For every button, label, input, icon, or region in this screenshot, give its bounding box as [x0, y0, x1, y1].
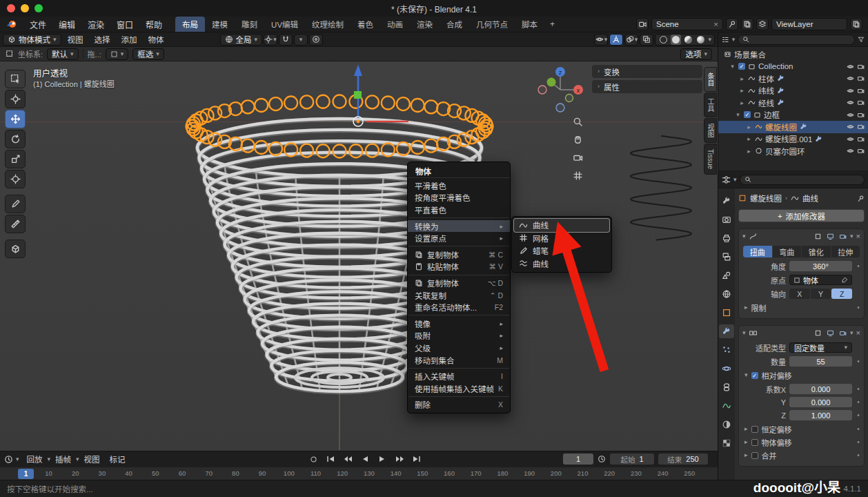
- animate-dot[interactable]: •: [856, 438, 861, 446]
- factor-y-value[interactable]: 0.000: [789, 397, 852, 407]
- npanel-properties-panel[interactable]: › 属性: [592, 80, 702, 93]
- outliner-row-cylinder[interactable]: ▸ 柱体: [718, 72, 868, 85]
- workspace-tab-scripting[interactable]: 脚本: [515, 17, 544, 32]
- expand-icon[interactable]: ▾: [729, 63, 736, 70]
- submenu-item-grease-pencil[interactable]: 蜡笔: [514, 244, 609, 257]
- viewport-3d[interactable]: x z 用户透视 (1) Collection | 螺旋线圈 › 变换 › 属性…: [0, 61, 718, 451]
- scene-selector[interactable]: Scene ×: [651, 18, 723, 30]
- eye-icon[interactable]: [847, 111, 854, 119]
- animate-dot[interactable]: •: [856, 385, 861, 393]
- eye-icon[interactable]: [847, 87, 854, 95]
- pin-icon[interactable]: [857, 195, 865, 202]
- tool-rotate[interactable]: [5, 130, 26, 148]
- origin-object-field[interactable]: 物体: [789, 275, 852, 285]
- object-icon[interactable]: [738, 194, 747, 202]
- tab-world[interactable]: [719, 287, 734, 301]
- menu-view[interactable]: 视图: [79, 454, 105, 465]
- realtime-display-toggle[interactable]: [825, 328, 835, 338]
- add-modifier-button[interactable]: + 添加修改器: [738, 209, 865, 222]
- show-overlays-toggle[interactable]: ▾: [624, 34, 638, 46]
- animate-dot[interactable]: •: [856, 304, 861, 311]
- workspace-tab-animation[interactable]: 动画: [380, 17, 410, 32]
- jump-to-start-button[interactable]: [323, 454, 338, 465]
- npanel-tab-tissue[interactable]: Tissue: [704, 144, 717, 175]
- menu-view[interactable]: 视图: [63, 34, 88, 45]
- tab-output[interactable]: [719, 231, 734, 245]
- render-display-toggle[interactable]: [838, 328, 847, 338]
- menu-marker[interactable]: 标记: [105, 454, 130, 465]
- tool-add-cube[interactable]: [5, 240, 26, 258]
- menu-item-rename-active-object[interactable]: 重命名活动物体...F2: [408, 301, 510, 313]
- menu-item-parent[interactable]: 父级▸: [408, 342, 510, 354]
- clock-icon[interactable]: [598, 455, 606, 463]
- axis-x-button[interactable]: X: [789, 289, 810, 299]
- modifier-extras-icon[interactable]: ▾: [850, 233, 854, 240]
- render-visibility-icon[interactable]: [857, 63, 865, 70]
- eye-icon[interactable]: [847, 135, 854, 143]
- zoom-button[interactable]: [571, 115, 584, 128]
- mode-taper-button[interactable]: 锥化: [802, 246, 831, 257]
- npanel-tab-view[interactable]: 视图: [704, 118, 717, 143]
- menu-playback[interactable]: 回放: [22, 454, 48, 465]
- tab-physics[interactable]: [719, 362, 734, 376]
- navigation-gizmo[interactable]: x z: [538, 67, 583, 112]
- workspace-tab-modeling[interactable]: 建模: [205, 17, 235, 32]
- realtime-display-toggle[interactable]: [825, 231, 835, 241]
- tool-measure[interactable]: [5, 215, 26, 233]
- coord-system-dropdown[interactable]: 默认 ▾: [47, 48, 79, 60]
- menu-item-paste-objects[interactable]: 粘贴物体⌘ V: [408, 261, 510, 273]
- fit-type-dropdown[interactable]: 固定数量 ▾: [789, 342, 852, 353]
- count-value-slider[interactable]: 55: [789, 356, 852, 367]
- expand-icon[interactable]: ▸: [746, 124, 752, 130]
- auto-keying-toggle[interactable]: [306, 454, 321, 465]
- submenu-item-mesh[interactable]: 网格: [514, 232, 609, 245]
- menu-item-insert-keyframe[interactable]: 插入关键帧I: [408, 370, 510, 382]
- previous-keyframe-button[interactable]: [340, 454, 355, 465]
- tab-constraints[interactable]: [719, 380, 734, 394]
- render-display-toggle[interactable]: [838, 231, 847, 241]
- outliner-row-spiral-coil-001[interactable]: ▸ 螺旋线圈.001: [718, 133, 868, 146]
- jump-to-end-button[interactable]: [409, 454, 424, 465]
- shading-wireframe-button[interactable]: [658, 35, 669, 45]
- orthographic-grid-button[interactable]: [571, 168, 584, 182]
- timeline-editor-icon[interactable]: [4, 455, 13, 464]
- mode-bend-button[interactable]: 弯曲: [773, 246, 802, 257]
- shading-material-button[interactable]: [683, 35, 693, 45]
- tab-render[interactable]: [719, 213, 734, 226]
- animate-dot[interactable]: •: [856, 398, 861, 406]
- modifier-header[interactable]: ▾ ▾ ×: [739, 326, 864, 340]
- collection-checkbox[interactable]: ✓: [744, 111, 751, 118]
- animate-dot[interactable]: •: [856, 411, 861, 419]
- mode-stretch-button[interactable]: 拉伸: [831, 246, 860, 257]
- workspace-tab-layout[interactable]: 布局: [175, 17, 205, 32]
- tab-scene[interactable]: [719, 269, 734, 282]
- object-offset-checkbox[interactable]: ✓: [751, 439, 758, 446]
- factor-x-value[interactable]: 0.000: [789, 384, 852, 394]
- render-visibility-icon[interactable]: [857, 87, 865, 95]
- move-gizmo[interactable]: [353, 65, 408, 127]
- menu-select[interactable]: 选择: [90, 34, 115, 45]
- menu-item-shade-smooth-by-angle[interactable]: 按角度平滑着色: [408, 192, 510, 204]
- outliner-row-bezier-circle[interactable]: ▸ 贝塞尔圆环: [718, 145, 868, 157]
- submenu-item-curves[interactable]: 曲线: [514, 257, 609, 271]
- chevron-down-icon[interactable]: ▾: [733, 177, 737, 183]
- unlink-scene-icon[interactable]: ×: [713, 20, 718, 28]
- filter-icon[interactable]: [858, 35, 865, 43]
- eye-icon[interactable]: [847, 75, 854, 82]
- outliner-row-weft[interactable]: ▸ 纬线: [718, 85, 868, 97]
- tab-texture[interactable]: [719, 436, 734, 450]
- current-frame-field[interactable]: 1: [563, 454, 593, 465]
- tab-view-layer[interactable]: [719, 250, 734, 264]
- animate-dot[interactable]: •: [856, 262, 861, 270]
- menu-item-duplicate-objects[interactable]: 复制物体⌥ D: [408, 277, 510, 289]
- outliner-search[interactable]: [738, 35, 855, 45]
- relative-offset-checkbox[interactable]: ✓: [751, 372, 758, 379]
- tab-modifiers[interactable]: [719, 324, 734, 338]
- chevron-down-icon[interactable]: ▾: [732, 37, 736, 43]
- browse-scene-button[interactable]: [636, 18, 649, 30]
- breadcrumb-data-name[interactable]: 曲线: [802, 193, 818, 204]
- expand-icon[interactable]: ▾: [735, 111, 741, 118]
- merge-subpanel[interactable]: ▸ ✓ 合并 •: [744, 449, 861, 461]
- curve-data-icon[interactable]: [791, 194, 799, 202]
- npanel-transform-panel[interactable]: › 变换: [592, 65, 702, 78]
